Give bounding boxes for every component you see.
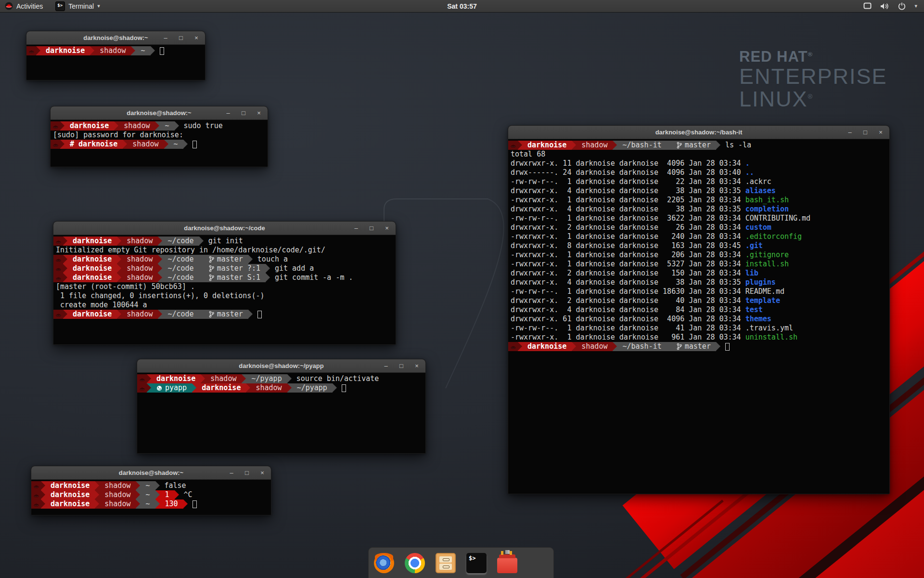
dock-app-grid[interactable] <box>527 552 549 574</box>
terminal-body[interactable]: darknoiseshadow~falsedarknoiseshadow~1^C… <box>31 480 271 515</box>
ls-filename: themes <box>745 315 771 324</box>
prompt-segment-git: master <box>671 342 716 351</box>
window-titlebar[interactable]: darknoise@shadow:~–□× <box>31 466 271 480</box>
terminal-line: drwxrwxr-x. 2 darknoise darknoise 40 Jan… <box>508 296 889 305</box>
prompt-segment-host: shadow <box>121 236 158 246</box>
terminal-line: 1 file changed, 0 insertions(+), 0 delet… <box>53 291 396 301</box>
prompt-segment-exit: 130 <box>160 499 183 509</box>
prompt-segment-text: ~/code <box>167 273 193 282</box>
minimize-button[interactable]: – <box>228 466 235 480</box>
close-button[interactable]: × <box>413 359 421 373</box>
dock-files[interactable] <box>435 552 456 574</box>
prompt-segment-host: shadow <box>205 374 242 383</box>
minimize-button[interactable]: – <box>162 31 169 45</box>
minimize-button[interactable]: – <box>846 126 854 139</box>
maximize-button[interactable]: □ <box>243 466 251 480</box>
window-titlebar[interactable]: darknoise@shadow:~–□× <box>51 106 268 120</box>
terminal-line: drwxrwxr-x. 2 darknoise darknoise 26 Jan… <box>508 223 889 232</box>
prompt-segment-path: ~ <box>140 490 155 499</box>
terminal-line: -rw-rw-r--. 1 darknoise darknoise 22 Jan… <box>508 177 889 186</box>
close-button[interactable]: × <box>383 222 391 235</box>
minimize-button[interactable]: – <box>224 106 232 120</box>
terminal-body[interactable]: darknoiseshadow~/bash-itmasterls -latota… <box>508 139 889 494</box>
prompt-segment-text: ~ <box>174 140 178 149</box>
files-icon <box>436 553 456 573</box>
maximize-button[interactable]: □ <box>368 222 375 235</box>
terminal-window-exit-codes: darknoise@shadow:~–□×darknoiseshadow~fal… <box>31 466 271 515</box>
dock-toolbox[interactable] <box>497 552 518 574</box>
terminal-body[interactable]: darknoiseshadow~/pyappsource bin/activat… <box>137 373 425 453</box>
app-menu-label: Terminal <box>68 2 94 10</box>
terminal-line: total 68 <box>508 150 889 159</box>
prompt-segment-text: ~ <box>141 46 145 55</box>
prompt-segment-user: # darknoise <box>64 140 123 149</box>
red-hat-icon <box>34 502 39 507</box>
terminal-line: darknoiseshadow~130 <box>31 499 271 509</box>
ls-filename: lib <box>745 269 758 278</box>
minimize-button[interactable]: – <box>382 359 390 373</box>
maximize-button[interactable]: □ <box>177 31 185 45</box>
maximize-button[interactable]: □ <box>398 359 405 373</box>
python-venv-icon <box>156 385 162 391</box>
red-hat-icon <box>511 143 516 148</box>
terminal-cursor <box>192 500 197 508</box>
maximize-button[interactable]: □ <box>861 126 869 139</box>
terminal-cursor <box>257 311 262 318</box>
powerline-separator-icon <box>155 481 160 490</box>
powerline-separator-icon <box>158 264 162 273</box>
ls-filename: .gitignore <box>745 250 789 260</box>
prompt-segment-text: shadow <box>581 342 607 351</box>
dock-chrome[interactable] <box>404 552 425 574</box>
dock-firefox[interactable] <box>373 552 395 574</box>
window-titlebar[interactable]: darknoise@shadow:~/pyapp–□× <box>137 359 425 373</box>
red-hat-icon <box>56 312 61 317</box>
maximize-button[interactable]: □ <box>240 106 247 120</box>
terminal-line: darknoiseshadow~/pyappsource bin/activat… <box>137 374 425 383</box>
powerline-separator-icon <box>333 383 337 393</box>
command-text: ^C <box>184 490 192 499</box>
registered-mark: ® <box>808 93 814 100</box>
powerline-separator-icon <box>147 383 151 393</box>
close-button[interactable]: × <box>258 466 266 480</box>
powerline-separator-icon <box>117 264 121 273</box>
window-titlebar[interactable]: darknoise@shadow:~/bash-it–□× <box>508 126 889 139</box>
powerline-separator-icon <box>175 490 179 499</box>
terminal-line: drwxrwxr-x. 4 darknoise darknoise 84 Jan… <box>508 305 889 315</box>
prompt-segment-path: ~/bash-it <box>617 342 667 351</box>
ls-row-fields: drwxrwxr-x. 11 darknoise darknoise 4096 … <box>511 159 745 168</box>
prompt-segment-git: master <box>671 141 716 150</box>
terminal-output-text: create mode 100644 a <box>56 301 147 310</box>
terminal-body[interactable]: darknoiseshadow~ <box>26 45 205 80</box>
display-icon[interactable] <box>863 2 872 10</box>
close-button[interactable]: × <box>192 31 200 45</box>
powerline-separator-icon <box>158 255 162 264</box>
prompt-segment-path: ~/code <box>162 310 199 319</box>
toolbox-icon <box>497 558 517 573</box>
close-button[interactable]: × <box>255 106 263 120</box>
red-hat-icon <box>56 257 61 262</box>
chevron-down-icon[interactable]: ▾ <box>914 3 917 9</box>
power-icon[interactable] <box>898 2 906 10</box>
activities-button[interactable]: Activities <box>4 0 48 13</box>
ls-row-fields: drwxrwxr-x. 8 darknoise darknoise 163 Ja… <box>511 241 745 250</box>
prompt-segment-text: ~/pyapp <box>251 374 282 383</box>
minimize-button[interactable]: – <box>352 222 360 235</box>
terminal-body[interactable]: darknoiseshadow~sudo true[sudo] password… <box>51 120 268 167</box>
dock-terminal[interactable]: $> <box>466 552 487 574</box>
prompt-segment-path: ~/bash-it <box>617 141 667 150</box>
prompt-segment-user: darknoise <box>45 499 95 509</box>
terminal-body[interactable]: darknoiseshadow~/codegit initInitialized… <box>53 235 396 344</box>
prompt-segment-text: darknoise <box>202 383 241 393</box>
volume-icon[interactable] <box>880 2 889 10</box>
window-titlebar[interactable]: darknoise@shadow:~–□× <box>26 31 205 45</box>
powerline-separator-icon <box>136 499 140 509</box>
app-menu-terminal[interactable]: $> Terminal ▾ <box>51 0 104 13</box>
git-branch-icon <box>209 274 214 281</box>
terminal-line: drwxrwxr-x. 61 darknoise darknoise 4096 … <box>508 315 889 324</box>
window-titlebar[interactable]: darknoise@shadow:~/code–□× <box>53 222 396 235</box>
clock[interactable]: Sat 03:57 <box>447 2 476 10</box>
prompt-segment-text: shadow <box>104 481 130 490</box>
close-button[interactable]: × <box>877 126 885 139</box>
ls-filename: .editorconfig <box>745 232 802 241</box>
ls-row-fields: drwxrwxr-x. 2 darknoise darknoise 40 Jan… <box>511 296 745 305</box>
